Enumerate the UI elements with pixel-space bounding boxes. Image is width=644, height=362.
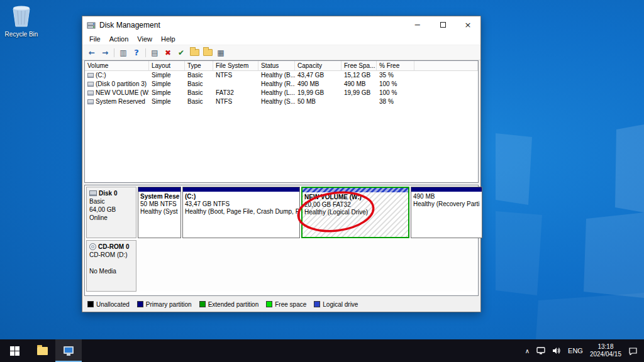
cell-freespace: 19,99 GB xyxy=(341,89,377,97)
table-row[interactable]: System Reserved Simple Basic NTFS Health… xyxy=(85,97,478,106)
app-icon xyxy=(87,21,96,29)
cell-layout: Simple xyxy=(149,71,185,80)
open-folder-icon[interactable] xyxy=(189,47,200,58)
taskbar-file-explorer[interactable] xyxy=(29,339,55,362)
start-button[interactable] xyxy=(0,339,29,362)
volume-list-pane: Volume Layout Type File System Status Ca… xyxy=(84,60,479,183)
cell-freespace: 490 MB xyxy=(341,80,377,89)
help-icon[interactable]: ? xyxy=(131,47,142,58)
recycle-bin[interactable]: Recycle Bin xyxy=(4,4,39,38)
partition-status: Healthy (Logical Drive) xyxy=(304,209,406,216)
partition-size: 20,00 GB FAT32 xyxy=(304,201,406,209)
col-filesystem[interactable]: File System xyxy=(213,61,258,71)
cell-freespace xyxy=(341,97,377,106)
chevron-up-icon[interactable]: ∧ xyxy=(525,348,530,354)
menu-file[interactable]: File xyxy=(85,33,105,45)
notification-center-icon[interactable] xyxy=(628,347,638,355)
table-row[interactable]: NEW VOLUME (W:) Simple Basic FAT32 Healt… xyxy=(85,89,478,97)
disk-management-icon xyxy=(64,346,74,354)
disk0-size: 64,00 GB xyxy=(89,206,133,214)
clock[interactable]: 13:18 2024/04/15 xyxy=(590,343,621,358)
col-capacity[interactable]: Capacity xyxy=(295,61,341,71)
partition-name: (C:) xyxy=(185,193,297,200)
col-type[interactable]: Type xyxy=(185,61,213,71)
cell-volume: (C:) xyxy=(96,71,106,80)
cell-filler xyxy=(414,80,478,89)
cell-layout: Simple xyxy=(149,89,185,97)
legend-item-extended: Extended partition xyxy=(199,301,259,308)
legend: Unallocated Primary partition Extended p… xyxy=(82,298,480,310)
desktop: { "desktop": { "recycle_bin_label": "Rec… xyxy=(0,0,644,362)
menu-view[interactable]: View xyxy=(133,33,157,45)
console-tree-icon[interactable]: ▥ xyxy=(118,47,129,58)
cell-capacity: 490 MB xyxy=(295,80,341,89)
drive-icon xyxy=(87,99,94,104)
cell-status: Healthy (B... xyxy=(258,71,295,80)
legend-label: Unallocated xyxy=(96,301,130,308)
partition-c[interactable]: (C:) 43,47 GB NTFS Healthy (Boot, Page F… xyxy=(182,187,300,238)
menu-help[interactable]: Help xyxy=(157,33,180,45)
cell-pctfree: 100 % xyxy=(377,89,414,97)
disk0-row: Disk 0 Basic 64,00 GB Online System Rese… xyxy=(86,187,477,238)
disk0-header[interactable]: Disk 0 Basic 64,00 GB Online xyxy=(86,187,136,238)
cell-filesystem xyxy=(213,80,258,89)
graphical-view-pane: Disk 0 Basic 64,00 GB Online System Rese… xyxy=(84,185,479,296)
cell-filesystem: NTFS xyxy=(213,71,258,80)
toolbar: ← → ▥ ? ▤ ✖ ✔ ▦ xyxy=(82,45,480,60)
legend-label: Primary partition xyxy=(146,301,192,308)
cell-status: Healthy (S... xyxy=(258,97,295,106)
back-arrow-icon[interactable]: ← xyxy=(86,47,97,58)
partition-new-volume-w[interactable]: NEW VOLUME (W:) 20,00 GB FAT32 Healthy (… xyxy=(301,187,409,238)
col-pctfree[interactable]: % Free xyxy=(377,61,414,71)
table-row[interactable]: (C:) Simple Basic NTFS Healthy (B... 43,… xyxy=(85,71,478,80)
clock-time: 13:18 xyxy=(590,343,621,351)
primary-partition-swatch xyxy=(137,301,143,307)
cell-layout: Simple xyxy=(149,97,185,106)
delete-volume-icon[interactable]: ✖ xyxy=(162,47,174,58)
close-button[interactable]: × xyxy=(455,16,480,33)
legend-item-primary: Primary partition xyxy=(137,301,192,308)
cell-freespace: 15,12 GB xyxy=(341,71,377,80)
table-row[interactable]: (Disk 0 partition 3) Simple Basic Health… xyxy=(85,80,478,89)
col-filler xyxy=(414,61,478,71)
col-layout[interactable]: Layout xyxy=(149,61,185,71)
forward-arrow-icon[interactable]: → xyxy=(99,47,111,58)
partition-name: NEW VOLUME (W:) xyxy=(304,194,406,201)
menu-action[interactable]: Action xyxy=(105,33,133,45)
mark-active-icon[interactable]: ✔ xyxy=(175,47,187,58)
partition-recovery[interactable]: 490 MB Healthy (Recovery Parti xyxy=(411,187,482,238)
cell-type: Basic xyxy=(185,80,213,89)
drive-icon xyxy=(87,90,94,96)
disk0-status: Online xyxy=(89,214,133,222)
speaker-icon[interactable] xyxy=(552,347,561,354)
action-list-icon[interactable]: ▤ xyxy=(149,47,160,58)
col-volume[interactable]: Volume xyxy=(85,61,149,71)
cell-filler xyxy=(414,71,478,80)
language-indicator[interactable]: ENG xyxy=(568,347,583,354)
menu-bar: File Action View Help xyxy=(82,33,480,45)
explore-folder-icon[interactable] xyxy=(202,47,213,58)
cell-pctfree: 100 % xyxy=(377,80,414,89)
primary-partition-strip xyxy=(138,187,180,192)
drive-icon xyxy=(87,82,94,87)
partition-system-reserved[interactable]: System Rese 50 MB NTFS Healthy (Syst xyxy=(138,187,181,238)
col-status[interactable]: Status xyxy=(258,61,295,71)
partition-size: 50 MB NTFS xyxy=(140,200,179,208)
cell-capacity: 43,47 GB xyxy=(295,71,341,80)
properties-icon[interactable]: ▦ xyxy=(215,47,226,58)
maximize-button[interactable] xyxy=(430,16,455,33)
cell-layout: Simple xyxy=(149,80,185,89)
cell-capacity: 50 MB xyxy=(295,97,341,106)
partition-name: System Rese xyxy=(140,193,179,200)
taskbar-disk-management[interactable] xyxy=(55,339,82,362)
minimize-button[interactable]: − xyxy=(405,16,430,33)
partition-size: 43,47 GB NTFS xyxy=(185,200,297,208)
cell-type: Basic xyxy=(185,89,213,97)
disk0-name: Disk 0 xyxy=(99,189,117,197)
disk0-partitions: System Rese 50 MB NTFS Healthy (Syst (C:… xyxy=(138,187,482,238)
col-freespace[interactable]: Free Spa... xyxy=(341,61,377,71)
cdrom-header[interactable]: CD-ROM 0 CD-ROM (D:) No Media xyxy=(86,240,136,292)
title-bar[interactable]: Disk Management − × xyxy=(82,16,480,33)
network-icon[interactable] xyxy=(536,347,545,354)
primary-partition-strip xyxy=(411,187,482,192)
